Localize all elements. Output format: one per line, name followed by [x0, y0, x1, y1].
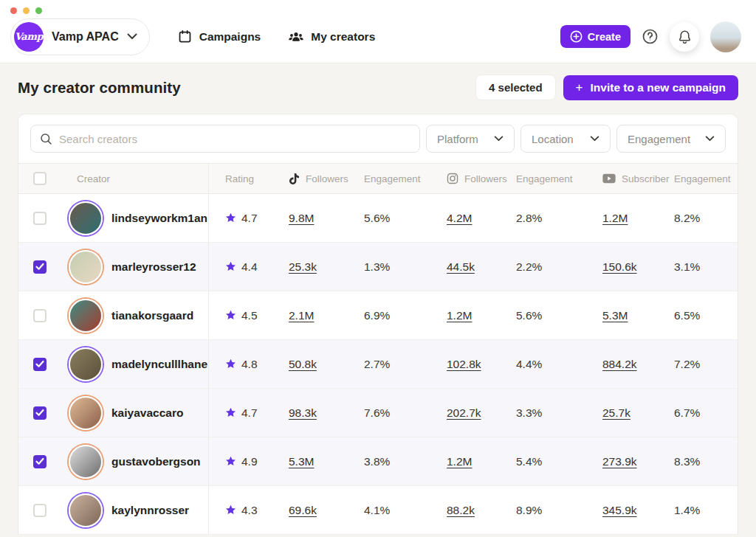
- tiktok-followers-link[interactable]: 2.1M: [289, 309, 314, 322]
- search-icon: [40, 133, 52, 145]
- engagement-filter-label: Engagement: [628, 133, 696, 145]
- rating-value: 4.7: [241, 406, 258, 420]
- tiktok-followers-link[interactable]: 9.8M: [289, 212, 314, 225]
- rating-value: 4.3: [241, 504, 258, 517]
- creator-username[interactable]: marleyrosser12: [111, 260, 196, 274]
- col-tiktok-engagement: Engagement: [364, 173, 421, 184]
- youtube-subscribers-link[interactable]: 273.9k: [602, 455, 637, 468]
- row-checkbox[interactable]: [33, 260, 47, 274]
- col-instagram-followers: Followers: [464, 173, 507, 184]
- nav-campaigns-label: Campaigns: [199, 30, 261, 44]
- invite-button-label: Invite to a new campaign: [591, 81, 726, 94]
- create-button-label: Create: [588, 31, 621, 43]
- row-checkbox[interactable]: [33, 309, 47, 322]
- nav-campaigns[interactable]: Campaigns: [178, 30, 261, 44]
- creator-username[interactable]: tianakorsgaard: [111, 309, 193, 322]
- rating-value: 4.9: [241, 455, 258, 468]
- youtube-engagement-value: 8.3%: [674, 455, 700, 468]
- star-icon: [225, 456, 236, 467]
- user-avatar[interactable]: [710, 21, 741, 52]
- app-window: Vamp Vamp APAC Campaigns My creators: [0, 0, 756, 537]
- workspace-switcher[interactable]: Vamp Vamp APAC: [10, 18, 150, 55]
- table-row[interactable]: gustavobergson 4.9 5.3M 3.8% 1.2M 5.4% 2…: [18, 437, 738, 486]
- top-right-actions: Create: [560, 21, 741, 52]
- rating-value: 4.4: [241, 260, 258, 274]
- creator-avatar: [69, 493, 103, 527]
- filter-bar: Platform Location Engagement: [18, 114, 738, 163]
- table-row[interactable]: marleyrosser12 4.4 25.3k 1.3% 44.5k 2.2%…: [18, 243, 738, 291]
- creator-username[interactable]: madelynculllhane: [111, 358, 207, 371]
- creator-username[interactable]: kaylynnrosser: [111, 504, 189, 517]
- create-button[interactable]: Create: [560, 25, 630, 48]
- creator-avatar: [69, 445, 103, 479]
- youtube-subscribers-link[interactable]: 150.6k: [602, 260, 637, 274]
- youtube-subscribers-link[interactable]: 1.2M: [602, 212, 628, 225]
- instagram-followers-link[interactable]: 1.2M: [447, 309, 472, 322]
- rating-value: 4.7: [241, 212, 258, 225]
- instagram-engagement-value: 8.9%: [516, 504, 542, 517]
- invite-to-campaign-button[interactable]: + Invite to a new campaign: [563, 75, 738, 100]
- youtube-subscribers-link[interactable]: 25.7k: [602, 406, 630, 420]
- instagram-engagement-value: 2.2%: [516, 260, 542, 274]
- chevron-down-icon: [494, 136, 504, 142]
- youtube-subscribers-link[interactable]: 5.3M: [602, 309, 628, 322]
- creator-username[interactable]: lindseyworkm1an: [111, 212, 207, 225]
- instagram-engagement-value: 5.6%: [516, 309, 542, 322]
- creator-username[interactable]: kaiyavaccaro: [111, 406, 183, 420]
- search-input[interactable]: [59, 133, 410, 145]
- youtube-subscribers-link[interactable]: 345.9k: [602, 504, 637, 517]
- select-all-checkbox[interactable]: [33, 172, 47, 185]
- row-checkbox[interactable]: [33, 455, 47, 468]
- table-row[interactable]: kaylynnrosser 4.3 69.6k 4.1% 88.2k 8.9% …: [18, 486, 738, 535]
- tiktok-engagement-value: 5.6%: [364, 212, 390, 225]
- tiktok-followers-link[interactable]: 5.3M: [289, 455, 314, 468]
- tiktok-engagement-value: 6.9%: [364, 309, 390, 322]
- table-row[interactable]: lindseyworkm1an 4.7 9.8M 5.6% 4.2M 2.8% …: [18, 194, 738, 243]
- instagram-followers-link[interactable]: 1.2M: [447, 455, 472, 468]
- search-box: [30, 125, 420, 153]
- window-close-button[interactable]: [10, 7, 17, 14]
- tiktok-followers-link[interactable]: 69.6k: [289, 504, 317, 517]
- help-button[interactable]: [642, 28, 659, 45]
- nav-my-creators[interactable]: My creators: [289, 30, 375, 44]
- check-icon: [35, 457, 44, 465]
- instagram-followers-link[interactable]: 4.2M: [447, 212, 472, 225]
- row-checkbox[interactable]: [33, 406, 47, 420]
- row-checkbox[interactable]: [33, 504, 47, 517]
- platform-filter-dropdown[interactable]: Platform: [426, 125, 515, 153]
- instagram-engagement-value: 4.4%: [516, 358, 542, 371]
- tiktok-engagement-value: 3.8%: [364, 455, 390, 468]
- engagement-filter-dropdown[interactable]: Engagement: [616, 125, 726, 153]
- creator-avatar: [69, 299, 103, 333]
- tiktok-followers-link[interactable]: 50.8k: [289, 358, 317, 371]
- check-icon: [35, 409, 44, 417]
- table-row[interactable]: kaiyavaccaro 4.7 98.3k 7.6% 202.7k 3.3% …: [18, 389, 738, 437]
- star-icon: [225, 358, 236, 370]
- star-icon: [225, 505, 236, 516]
- row-checkbox[interactable]: [33, 212, 47, 225]
- window-controls: [10, 7, 42, 14]
- table-row[interactable]: madelynculllhane 4.8 50.8k 2.7% 102.8k 4…: [18, 340, 738, 389]
- youtube-engagement-value: 6.7%: [674, 406, 700, 420]
- instagram-followers-link[interactable]: 102.8k: [447, 358, 481, 371]
- tiktok-followers-link[interactable]: 98.3k: [289, 406, 317, 420]
- youtube-engagement-value: 1.4%: [674, 504, 700, 517]
- instagram-followers-link[interactable]: 44.5k: [447, 260, 475, 274]
- creators-card: Platform Location Engagement Creator Rat…: [18, 114, 738, 535]
- instagram-followers-link[interactable]: 88.2k: [447, 504, 475, 517]
- tiktok-followers-link[interactable]: 25.3k: [289, 260, 317, 274]
- window-zoom-button[interactable]: [35, 7, 42, 14]
- creator-username[interactable]: gustavobergson: [111, 455, 201, 468]
- row-checkbox[interactable]: [33, 358, 47, 371]
- chevron-down-icon: [705, 136, 715, 142]
- youtube-icon: [602, 173, 616, 184]
- instagram-followers-link[interactable]: 202.7k: [447, 406, 481, 420]
- table-row[interactable]: tianakorsgaard 4.5 2.1M 6.9% 1.2M 5.6% 5…: [18, 291, 738, 340]
- notifications-button[interactable]: [670, 22, 699, 52]
- youtube-engagement-value: 3.1%: [674, 260, 700, 274]
- youtube-subscribers-link[interactable]: 884.2k: [602, 358, 637, 371]
- window-minimize-button[interactable]: [23, 7, 30, 14]
- col-creator: Creator: [77, 173, 110, 184]
- creator-avatar: [69, 250, 103, 284]
- location-filter-dropdown[interactable]: Location: [520, 125, 611, 153]
